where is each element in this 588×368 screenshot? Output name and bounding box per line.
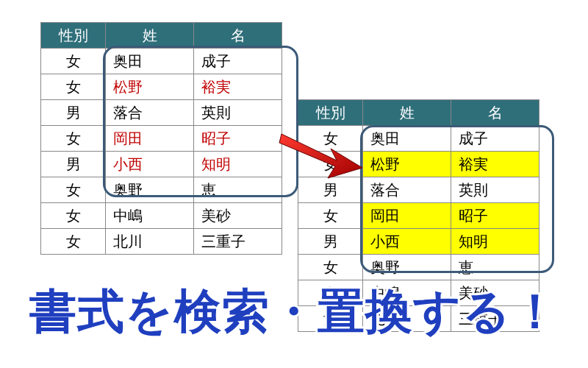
table-row: 女 北川 三重子	[41, 229, 282, 255]
table-row: 女 中嶋 美砂	[298, 280, 539, 306]
table-row: 女 松野 裕実	[298, 152, 539, 177]
cell-gender: 女	[298, 126, 363, 152]
cell-gender: 女	[41, 49, 106, 74]
cell-gender: 女	[298, 306, 363, 332]
cell-gender: 男	[298, 177, 363, 203]
col-gender: 性別	[41, 23, 106, 49]
cell-last: 松野	[363, 152, 451, 177]
table-row: 男 落合 英則	[298, 177, 539, 203]
cell-first: 成子	[451, 126, 539, 152]
cell-first: 知明	[451, 229, 539, 255]
source-table: 性別 姓 名 女 奥田 成子 女 松野 裕実 男 落合 英則 女	[40, 22, 282, 255]
table-row: 女 中嶋 美砂	[41, 203, 282, 229]
table-row: 女 北川 三重子	[298, 306, 539, 332]
table-row: 女 奥野 恵	[298, 255, 539, 280]
col-last: 姓	[106, 23, 194, 49]
cell-gender: 女	[41, 203, 106, 229]
cell-last: 北川	[106, 229, 194, 255]
cell-last: 落合	[106, 100, 194, 126]
cell-gender: 女	[41, 177, 106, 203]
cell-first: 昭子	[194, 126, 282, 152]
cell-first: 美砂	[194, 203, 282, 229]
cell-first: 裕実	[194, 74, 282, 100]
table-row: 女 岡田 昭子	[298, 203, 539, 229]
cell-gender: 男	[41, 152, 106, 177]
cell-gender: 女	[298, 203, 363, 229]
cell-gender: 女	[298, 152, 363, 177]
table-row: 女 奥田 成子	[298, 126, 539, 152]
cell-last: 中嶋	[363, 280, 451, 306]
cell-first: 美砂	[451, 280, 539, 306]
table-header-row: 性別 姓 名	[298, 100, 539, 126]
cell-first: 裕実	[451, 152, 539, 177]
cell-last: 松野	[106, 74, 194, 100]
table-row: 男 落合 英則	[41, 100, 282, 126]
cell-first: 三重子	[194, 229, 282, 255]
cell-first: 英則	[451, 177, 539, 203]
cell-last: 奥田	[106, 49, 194, 74]
cell-gender: 女	[41, 126, 106, 152]
table-row: 女 松野 裕実	[41, 74, 282, 100]
cell-first: 三重子	[451, 306, 539, 332]
table-row: 女 岡田 昭子	[41, 126, 282, 152]
result-table: 性別 姓 名 女 奥田 成子 女 松野 裕実 男 落合 英則 女	[298, 99, 539, 332]
cell-gender: 女	[298, 280, 363, 306]
cell-last: 小西	[106, 152, 194, 177]
table-row: 男 小西 知明	[41, 152, 282, 177]
cell-last: 奥田	[363, 126, 451, 152]
cell-last: 奥野	[363, 255, 451, 280]
table-row: 男 小西 知明	[298, 229, 539, 255]
table-row: 女 奥田 成子	[41, 49, 282, 74]
cell-gender: 女	[41, 229, 106, 255]
col-last: 姓	[363, 100, 451, 126]
canvas: 性別 姓 名 女 奥田 成子 女 松野 裕実 男 落合 英則 女	[0, 0, 588, 368]
cell-first: 恵	[451, 255, 539, 280]
cell-first: 英則	[194, 100, 282, 126]
cell-last: 落合	[363, 177, 451, 203]
cell-last: 北川	[363, 306, 451, 332]
table-row: 女 奥野 恵	[41, 177, 282, 203]
cell-first: 成子	[194, 49, 282, 74]
cell-gender: 男	[298, 229, 363, 255]
cell-first: 知明	[194, 152, 282, 177]
cell-gender: 女	[41, 74, 106, 100]
cell-gender: 男	[41, 100, 106, 126]
cell-last: 奥野	[106, 177, 194, 203]
cell-last: 中嶋	[106, 203, 194, 229]
table-header-row: 性別 姓 名	[41, 23, 282, 49]
col-gender: 性別	[298, 100, 363, 126]
cell-last: 小西	[363, 229, 451, 255]
cell-last: 岡田	[363, 203, 451, 229]
cell-first: 恵	[194, 177, 282, 203]
cell-last: 岡田	[106, 126, 194, 152]
cell-first: 昭子	[451, 203, 539, 229]
col-first: 名	[194, 23, 282, 49]
col-first: 名	[451, 100, 539, 126]
cell-gender: 女	[298, 255, 363, 280]
